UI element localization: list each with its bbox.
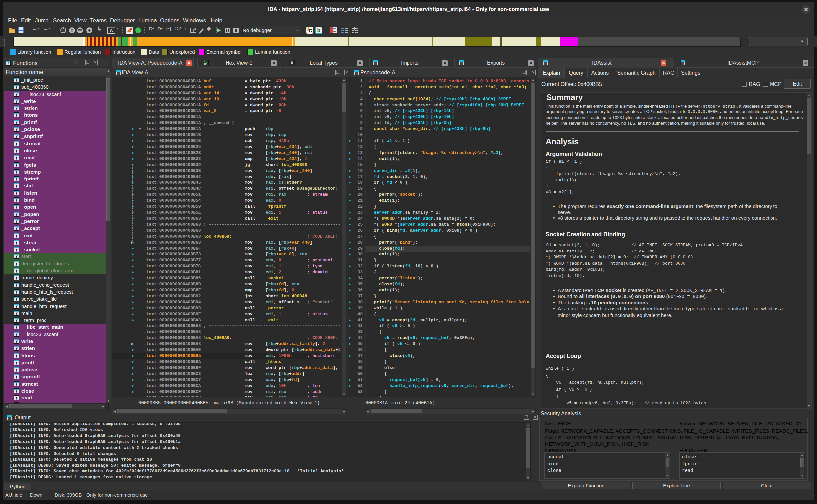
- svg-text:A: A: [110, 28, 113, 33]
- svg-text:C: C: [309, 28, 312, 33]
- svg-text:abc: abc: [78, 30, 82, 32]
- svg-text:T: T: [71, 28, 73, 32]
